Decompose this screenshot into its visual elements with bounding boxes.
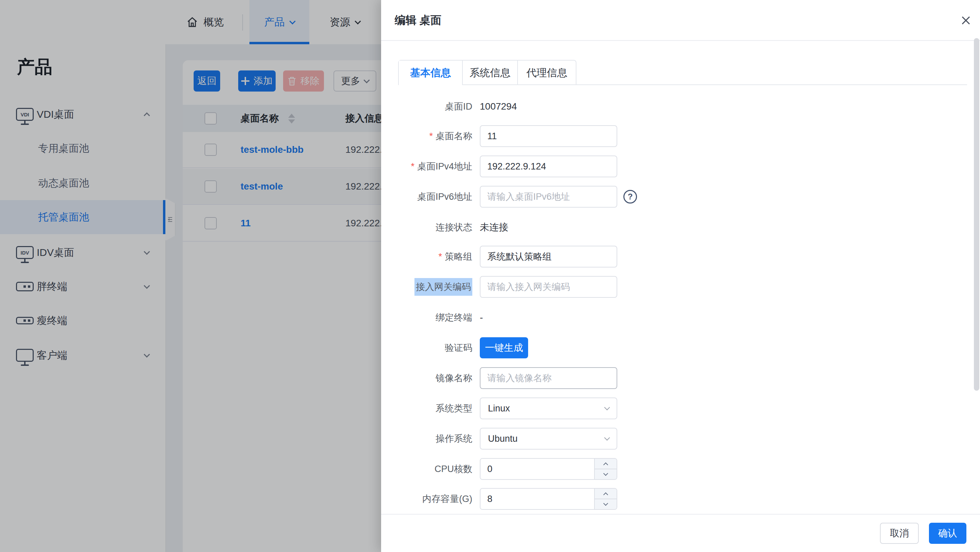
- os-type-value: Linux: [488, 403, 510, 414]
- header-divider: [381, 40, 980, 41]
- field-label: 桌面名称: [436, 130, 472, 142]
- field-bound-terminal: 绑定终端 -: [381, 307, 789, 328]
- connection-status-value: 未连接: [480, 221, 508, 234]
- field-label: CPU核数: [434, 463, 472, 475]
- cancel-button[interactable]: 取消: [880, 523, 919, 544]
- drawer-title: 编辑 桌面: [395, 13, 441, 28]
- required-mark: *: [411, 161, 414, 172]
- field-label-selected: 接入网关编码: [414, 278, 472, 296]
- field-label: 桌面IPv6地址: [417, 191, 472, 203]
- desktop-id-value: 1007294: [480, 101, 517, 112]
- tab-basic-info[interactable]: 基本信息: [399, 60, 462, 85]
- os-select[interactable]: Ubuntu: [480, 428, 617, 450]
- field-image-name: 镜像名称: [381, 367, 789, 389]
- field-desktop-name: * 桌面名称: [381, 125, 789, 147]
- field-gateway-code: 接入网关编码: [381, 276, 789, 298]
- field-label: 策略组: [445, 250, 472, 263]
- policy-group-input[interactable]: [480, 246, 617, 267]
- field-label: 验证码: [445, 342, 472, 354]
- ipv4-input[interactable]: [480, 156, 617, 177]
- field-ipv4: * 桌面IPv4地址: [381, 156, 789, 177]
- stepper-down-button[interactable]: [595, 469, 617, 479]
- drawer-footer: 取消 确认: [381, 514, 980, 552]
- os-value: Ubuntu: [488, 434, 517, 444]
- field-cpu: CPU核数: [381, 458, 789, 480]
- cpu-input[interactable]: [480, 459, 594, 479]
- stepper-up-button[interactable]: [595, 459, 617, 469]
- field-label: 连接状态: [436, 221, 472, 234]
- close-icon: [961, 16, 970, 25]
- chevron-down-icon: [605, 435, 610, 441]
- chevron-down-icon: [605, 405, 610, 410]
- os-type-select[interactable]: Linux: [480, 398, 617, 419]
- field-label: 绑定终端: [436, 312, 472, 324]
- generate-captcha-button[interactable]: 一键生成: [480, 337, 528, 358]
- field-label: 桌面IPv4地址: [417, 160, 472, 173]
- field-captcha: 验证码 一键生成: [381, 337, 789, 359]
- field-label: 内存容量(G): [422, 493, 472, 505]
- field-label: 桌面ID: [445, 100, 472, 113]
- field-policy-group: * 策略组: [381, 246, 789, 267]
- required-mark: *: [429, 131, 433, 142]
- bound-terminal-value: -: [480, 312, 483, 323]
- close-button[interactable]: [957, 11, 975, 29]
- stepper-up-button[interactable]: [595, 489, 617, 499]
- edit-desktop-drawer: 编辑 桌面 基本信息 系统信息 代理信息 桌面ID 1007294 * 桌面名称: [381, 0, 980, 552]
- desktop-name-input[interactable]: [480, 125, 617, 147]
- required-mark: *: [438, 251, 442, 262]
- field-label: 系统类型: [436, 402, 472, 415]
- field-connection-status: 连接状态 未连接: [381, 216, 789, 238]
- confirm-button[interactable]: 确认: [929, 523, 966, 544]
- help-icon[interactable]: ?: [624, 190, 637, 204]
- tab-system-info[interactable]: 系统信息: [462, 60, 517, 85]
- stepper-down-button[interactable]: [595, 499, 617, 509]
- image-name-input[interactable]: [480, 367, 617, 389]
- field-memory: 内存容量(G): [381, 488, 789, 510]
- field-os: 操作系统 Ubuntu: [381, 428, 789, 450]
- field-ipv6: 桌面IPv6地址 ?: [381, 186, 789, 208]
- memory-stepper: [480, 488, 617, 510]
- drawer-scrollbar[interactable]: [974, 38, 979, 391]
- ipv6-input[interactable]: [480, 186, 617, 208]
- memory-input[interactable]: [480, 489, 594, 509]
- gateway-code-input[interactable]: [480, 276, 617, 298]
- screen: 概览 产品 资源 产品 VDI VDI桌面 专: [0, 0, 980, 552]
- tab-agent-info[interactable]: 代理信息: [517, 60, 576, 85]
- tab-group: 基本信息 系统信息 代理信息: [398, 60, 576, 85]
- field-label: 操作系统: [436, 433, 472, 445]
- field-os-type: 系统类型 Linux: [381, 398, 789, 419]
- cpu-stepper: [480, 458, 617, 480]
- field-desktop-id: 桌面ID 1007294: [381, 95, 789, 118]
- field-label: 镜像名称: [436, 372, 472, 384]
